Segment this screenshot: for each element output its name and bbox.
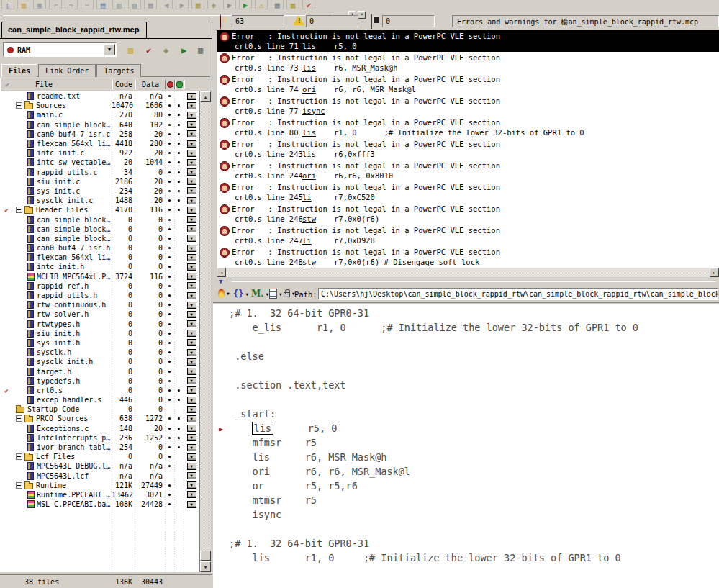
popup-cell[interactable]: ▼ [184, 349, 199, 356]
popup-cell[interactable]: ▼ [184, 368, 199, 375]
bug-dot-cell[interactable] [174, 437, 184, 439]
debug-dot-cell[interactable] [165, 247, 174, 249]
scroll-down-button[interactable]: ▼ [200, 561, 211, 572]
row-popup-icon[interactable]: ▼ [187, 434, 196, 441]
bug-dot-cell[interactable] [174, 199, 184, 202]
bug-dot-cell[interactable] [174, 190, 184, 192]
touch-cell[interactable]: ✔ [0, 386, 13, 394]
debug-dot-cell[interactable] [165, 484, 174, 487]
popup-cell[interactable]: ▼ [184, 406, 199, 413]
table-row[interactable]: intc_init.h00▼ [0, 262, 199, 271]
table-row[interactable]: Sources104701606▼ [0, 101, 199, 110]
tree-header[interactable]: ✔ File Code Data [0, 78, 212, 91]
save-icon[interactable]: ▣ [33, 0, 46, 9]
popup-cell[interactable]: ▼ [184, 501, 199, 508]
popup-cell[interactable]: ▼ [184, 254, 199, 261]
cut-icon[interactable]: ✂ [81, 0, 94, 9]
debug-icon[interactable]: ▶ [239, 0, 252, 9]
table-row[interactable]: IntcInterrupts_p0.c2361252▼ [0, 433, 199, 443]
file-label-cell[interactable]: crt0.s [13, 386, 112, 394]
debug-dot-cell[interactable] [165, 333, 174, 335]
splitter-collapse-icon[interactable]: ▼ [219, 277, 222, 286]
code-editor[interactable]: ;# 1. 32 64-bit GPR0-31 e_lis r1, 0 ;# I… [213, 304, 719, 588]
popup-cell[interactable]: ▼ [184, 481, 199, 489]
popup-cell[interactable]: ▼ [184, 225, 199, 232]
redo-icon[interactable]: ↷ [65, 0, 78, 9]
popup-cell[interactable]: ▼ [184, 434, 199, 441]
row-popup-icon[interactable]: ▼ [187, 150, 196, 157]
debug-dot-cell[interactable] [165, 285, 174, 287]
table-row[interactable]: readme.txtn/an/a▼ [0, 91, 199, 101]
debug-dot-cell[interactable] [165, 371, 174, 373]
debug-dot-cell[interactable] [165, 171, 174, 173]
file-label-cell[interactable]: intc_init.h [13, 263, 112, 271]
debug-dot-cell[interactable] [165, 266, 174, 268]
error-entry[interactable]: Error : Instruction is not legal in a Po… [217, 52, 719, 73]
file-label-cell[interactable]: siu_init.c [13, 178, 112, 186]
row-popup-icon[interactable]: ▼ [187, 168, 196, 176]
row-popup-icon[interactable]: ▼ [187, 197, 196, 204]
bug-dot-cell[interactable] [174, 114, 184, 116]
row-popup-icon[interactable]: ▼ [187, 121, 196, 128]
file-label-cell[interactable]: typedefs.h [13, 377, 112, 385]
file-label-cell[interactable]: MSL_C.PPCEABI.bar... [13, 500, 112, 508]
row-popup-icon[interactable]: ▼ [187, 463, 196, 470]
bug-dot-cell[interactable] [174, 209, 184, 211]
table-row[interactable]: MSL_C.PPCEABI.bar...108K24428▼ [0, 499, 199, 509]
error-entry[interactable]: Error : Instruction is not legal in a Po… [217, 95, 719, 117]
row-popup-icon[interactable]: ▼ [187, 93, 196, 100]
debug-dot-cell[interactable] [165, 133, 174, 135]
path-field[interactable]: C:\Users\hj\Desktop\can_simple_block_rap… [318, 288, 718, 300]
debug-dot-cell[interactable] [165, 143, 174, 145]
row-popup-icon[interactable]: ▼ [187, 358, 196, 366]
copy-icon[interactable]: ▤ [96, 0, 109, 9]
expander-icon[interactable] [16, 482, 22, 489]
popup-cell[interactable]: ▼ [184, 311, 199, 318]
row-popup-icon[interactable]: ▼ [187, 112, 196, 119]
table-row[interactable]: sys_init.h00▼ [0, 338, 199, 348]
tab-targets[interactable]: Targets [96, 64, 141, 77]
row-popup-icon[interactable]: ▼ [187, 406, 196, 413]
file-label-cell[interactable]: Runtime [13, 481, 112, 489]
error-count-icon[interactable] [220, 14, 221, 30]
bug-dot-cell[interactable] [174, 143, 184, 145]
file-tree[interactable]: readme.txtn/an/a▼Sources104701606▼main.c… [0, 91, 199, 572]
popup-cell[interactable]: ▼ [184, 463, 199, 470]
row-popup-icon[interactable]: ▼ [187, 159, 196, 166]
pane-splitter[interactable]: ▼ [213, 277, 719, 286]
row-popup-icon[interactable]: ▼ [187, 216, 196, 223]
row-popup-icon[interactable]: ▼ [187, 235, 196, 242]
new-doc-icon[interactable]: ▯ [1, 0, 14, 9]
popup-cell[interactable]: ▼ [184, 159, 199, 166]
file-label-cell[interactable]: sys_init.h [13, 339, 112, 347]
table-row[interactable]: target.h00▼ [0, 366, 199, 376]
braces-popup-button[interactable]: {}▼ [233, 289, 248, 299]
popup-cell[interactable]: ▼ [184, 197, 199, 204]
row-popup-icon[interactable]: ▼ [187, 386, 196, 394]
verify-icon[interactable]: ✔ [302, 0, 315, 9]
table-row[interactable]: sysclk_init.c148820▼ [0, 196, 199, 205]
debug-dot-cell[interactable] [165, 456, 174, 458]
debug-dot-cell[interactable] [165, 417, 174, 420]
popup-cell[interactable]: ▼ [184, 140, 199, 148]
debug-dot-cell[interactable] [165, 389, 174, 392]
row-popup-icon[interactable]: ▼ [187, 491, 196, 498]
debug-dot-cell[interactable] [165, 181, 174, 183]
table-row[interactable]: ✔crt0.s00▼ [0, 386, 199, 395]
row-popup-icon[interactable]: ▼ [187, 377, 196, 384]
popup-cell[interactable]: ▼ [184, 112, 199, 119]
row-popup-icon[interactable]: ▼ [187, 320, 196, 327]
file-label-cell[interactable]: sysclk_init.c [13, 196, 112, 204]
file-label-cell[interactable]: readme.txt [13, 92, 112, 100]
table-row[interactable]: ivor_branch_table...2540▼ [0, 443, 199, 452]
column-file[interactable]: File [14, 81, 112, 89]
file-label-cell[interactable]: flexcan_564xl_lib... [13, 253, 112, 261]
row-popup-icon[interactable]: ▼ [187, 330, 196, 337]
row-popup-icon[interactable]: ▼ [187, 415, 196, 422]
row-popup-icon[interactable]: ▼ [187, 368, 196, 375]
popup-cell[interactable]: ▼ [184, 491, 199, 498]
table-row[interactable]: can0_buf4_7_isr.h00▼ [0, 243, 199, 253]
bug-dot-cell[interactable] [174, 171, 184, 173]
tree-vertical-scrollbar[interactable]: ▲ ▼ [199, 91, 211, 572]
file-label-cell[interactable]: Lcf Files [13, 453, 112, 461]
